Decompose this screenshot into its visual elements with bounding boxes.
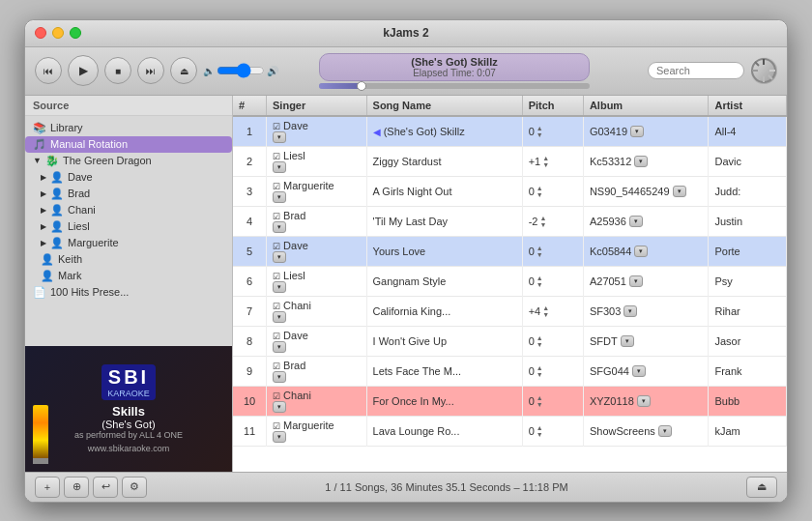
sidebar-header: Source [25,96,232,116]
pitch-value: 0 [529,395,535,407]
cell-num: 10 [233,386,267,416]
pitch-spinner[interactable]: ▲ ▼ [542,304,549,318]
eject-toolbar-button[interactable]: ⏏ [170,57,197,84]
singer-dropdown[interactable]: ▾ [273,131,286,143]
forward-button[interactable]: ⏭ [137,57,164,84]
col-header-album[interactable]: Album [583,96,709,116]
table-header-row: # Singer Song Name Pitch Album Artist [233,96,787,116]
cell-singer: ☑ Liesl ▾ [267,146,367,176]
table-row[interactable]: 4 ☑ Brad ▾ 'Til My Last Day -2 ▲ ▼ [233,206,787,236]
cell-artist: Rihar [709,296,787,326]
singer-dropdown[interactable]: ▾ [273,281,286,293]
cell-singer: ☑ Dave ▾ [267,236,367,266]
album-dropdown[interactable]: ▾ [624,305,637,317]
volume-slider[interactable] [217,63,265,78]
album-dropdown[interactable]: ▾ [629,275,643,287]
album-dropdown[interactable]: ▾ [658,425,672,437]
sidebar-item-mark[interactable]: 👤 Mark [25,268,232,284]
eject-button[interactable]: ⏏ [746,477,777,498]
dave-expand-icon: ▶ [41,173,46,182]
album-dropdown[interactable]: ▾ [621,335,634,347]
album-dropdown[interactable]: ▾ [637,395,651,407]
pitch-spinner[interactable]: ▲ ▼ [539,215,546,228]
album-dropdown[interactable]: ▾ [630,126,644,137]
back-button[interactable]: ↩ [93,477,118,498]
sidebar-item-green-dragon[interactable]: ▼ 🐉 The Green Dragon [25,153,232,169]
pitch-spinner[interactable]: ▲ ▼ [536,394,543,408]
album-dropdown[interactable]: ▾ [634,246,648,257]
sidebar-tree[interactable]: 📚 Library 🎵 Manual Rotation ▼ 🐉 The Gree… [25,116,232,346]
singer-dropdown[interactable]: ▾ [273,401,286,413]
singer-dropdown[interactable]: ▾ [273,161,286,173]
table-row[interactable]: 2 ☑ Liesl ▾ Ziggy Stardust +1 ▲ ▼ [233,146,787,176]
table-row[interactable]: 5 ☑ Dave ▾ Yours Love 0 ▲ ▼ [233,236,787,266]
table-row[interactable]: 10 ☑ Chani ▾ For Once In My... 0 ▲ ▼ [233,386,787,416]
album-dropdown[interactable]: ▾ [634,156,648,167]
table-row[interactable]: 1 ☑ Dave ▾ ◀ (She's Got) Skillz 0 ▲ ▼ [233,116,787,147]
sidebar-item-brad[interactable]: ▶ 👤 Brad [25,186,232,202]
add-button[interactable]: + [35,477,60,498]
cell-artist: Judd: [709,176,787,206]
album-dropdown[interactable]: ▾ [673,186,686,197]
track-table[interactable]: # Singer Song Name Pitch Album Artist 1 … [233,96,787,472]
album-dropdown[interactable]: ▾ [632,365,646,377]
search-input[interactable] [648,62,744,79]
pitch-value: 0 [529,186,535,197]
add-plus-button[interactable]: ⊕ [64,477,89,498]
stop-button[interactable]: ■ [104,57,131,84]
col-header-singer[interactable]: Singer [267,96,367,116]
table-row[interactable]: 8 ☑ Dave ▾ I Won't Give Up 0 ▲ ▼ [233,326,787,356]
table-row[interactable]: 11 ☑ Marguerite ▾ Lava Lounge Ro... 0 ▲ … [233,416,787,446]
cell-album: NS90_54465249 ▾ [583,176,709,206]
sidebar-item-dave[interactable]: ▶ 👤 Dave [25,169,232,186]
singer-dropdown[interactable]: ▾ [273,341,286,353]
col-header-song[interactable]: Song Name [366,96,522,116]
singer-dropdown[interactable]: ▾ [273,431,286,443]
rewind-button[interactable]: ⏮ [35,57,62,84]
table-row[interactable]: 6 ☑ Liesl ▾ Gangnam Style 0 ▲ ▼ [233,266,787,296]
pitch-spinner[interactable]: ▲ ▼ [536,125,543,138]
sidebar-item-keith[interactable]: 👤 Keith [25,251,232,268]
pitch-spinner[interactable]: ▲ ▼ [536,275,543,288]
pitch-value: 0 [529,335,535,347]
singer-dropdown[interactable]: ▾ [273,311,286,323]
cell-num: 8 [233,326,267,356]
pitch-spinner[interactable]: ▲ ▼ [536,364,543,378]
settings-button[interactable]: ⚙ [122,477,147,498]
sidebar-item-liesl[interactable]: ▶ 👤 Liesl [25,218,232,235]
cell-pitch: 0 ▲ ▼ [522,416,583,446]
pitch-spinner[interactable]: ▲ ▼ [542,155,549,168]
sidebar-item-chani[interactable]: ▶ 👤 Chani [25,202,232,218]
pitch-spinner[interactable]: ▲ ▼ [536,245,543,258]
col-header-pitch[interactable]: Pitch [522,96,583,116]
table-row[interactable]: 3 ☑ Marguerite ▾ A Girls Night Out 0 ▲ ▼ [233,176,787,206]
cell-song: Lava Lounge Ro... [366,416,522,446]
pitch-spinner[interactable]: ▲ ▼ [536,185,543,198]
singer-dropdown[interactable]: ▾ [273,251,286,263]
progress-knob[interactable] [357,81,366,91]
pitch-spinner[interactable]: ▲ ▼ [536,334,543,348]
play-button[interactable]: ▶ [68,55,99,86]
close-button[interactable] [35,27,46,39]
singer-dropdown[interactable]: ▾ [273,221,286,233]
minimize-button[interactable] [52,27,64,39]
table-row[interactable]: 7 ☑ Chani ▾ California King... +4 ▲ ▼ [233,296,787,326]
sidebar-item-library[interactable]: 📚 Library [25,120,232,136]
singer-dropdown[interactable]: ▾ [273,371,286,383]
col-header-artist[interactable]: Artist [709,96,787,116]
album-dropdown[interactable]: ▾ [629,216,643,227]
col-header-num[interactable]: # [233,96,267,116]
pitch-spinner[interactable]: ▲ ▼ [536,424,543,438]
album-name: SF303 [590,305,621,317]
progress-bar[interactable] [319,83,590,89]
singer-dropdown[interactable]: ▾ [273,191,286,203]
cell-pitch: -2 ▲ ▼ [522,206,583,236]
sidebar-item-manual-rotation[interactable]: 🎵 Manual Rotation [25,136,232,153]
pitch-value: +4 [529,305,541,317]
song-name: Lava Lounge Ro... [373,425,460,437]
cell-album: Kc53312 ▾ [583,146,709,176]
maximize-button[interactable] [70,27,81,39]
sidebar-item-marguerite[interactable]: ▶ 👤 Marguerite [25,235,232,251]
sidebar-item-100hits[interactable]: 📄 100 Hits Prese... [25,284,232,301]
table-row[interactable]: 9 ☑ Brad ▾ Lets Face The M... 0 ▲ ▼ [233,356,787,386]
